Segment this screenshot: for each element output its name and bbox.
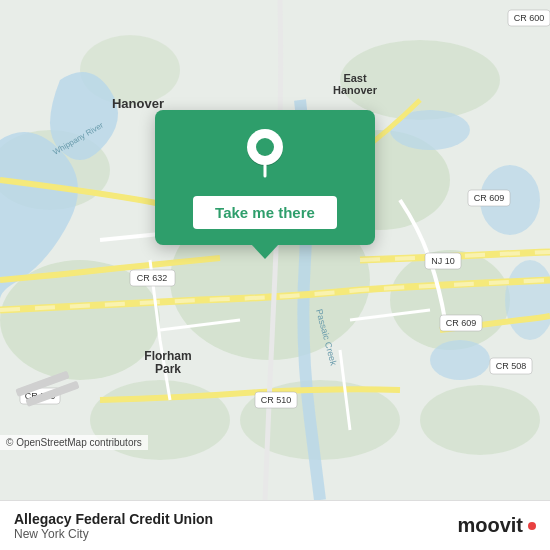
svg-text:CR 609: CR 609 (474, 193, 505, 203)
svg-text:NJ 10: NJ 10 (431, 256, 455, 266)
svg-text:CR 609: CR 609 (446, 318, 477, 328)
location-info: Allegacy Federal Credit Union New York C… (14, 511, 213, 541)
svg-text:Park: Park (155, 362, 181, 376)
copyright-text: © OpenStreetMap contributors (6, 437, 142, 448)
svg-text:East: East (343, 72, 367, 84)
svg-text:CR 632: CR 632 (137, 273, 168, 283)
svg-text:Florham: Florham (144, 349, 191, 363)
copyright-bar: © OpenStreetMap contributors (0, 435, 148, 450)
moovit-logo: moovit (457, 514, 536, 537)
bottom-bar: Allegacy Federal Credit Union New York C… (0, 500, 550, 550)
moovit-dot (528, 522, 536, 530)
svg-point-7 (420, 385, 540, 455)
svg-text:CR 600: CR 600 (514, 13, 545, 23)
popup-card: Take me there (155, 110, 375, 245)
moovit-text: moovit (457, 514, 523, 537)
take-me-there-button[interactable]: Take me there (193, 196, 337, 229)
map-container: CR 632 CR 510 CR 510 NJ 10 CR 609 CR 609… (0, 0, 550, 500)
svg-text:CR 510: CR 510 (261, 395, 292, 405)
svg-point-42 (256, 138, 274, 156)
location-city: New York City (14, 527, 213, 541)
svg-text:CR 508: CR 508 (496, 361, 527, 371)
svg-point-13 (430, 340, 490, 380)
svg-text:Hanover: Hanover (112, 96, 164, 111)
svg-text:Hanover: Hanover (333, 84, 378, 96)
location-pin-icon (243, 128, 287, 182)
location-name: Allegacy Federal Credit Union (14, 511, 213, 527)
